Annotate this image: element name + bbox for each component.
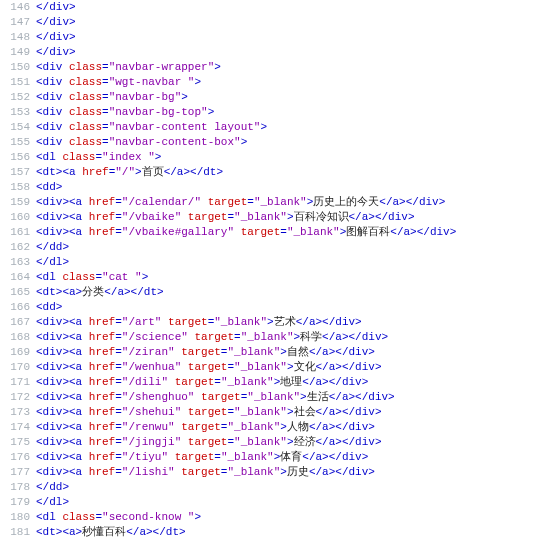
code-line[interactable]: 150<div class="navbar-wrapper"> [0,60,550,75]
code-content[interactable]: <div><a href="/vbaike#gallary" target="_… [36,225,550,240]
code-content[interactable]: <div><a href="/jingji" target="_blank">经… [36,435,550,450]
line-number: 176 [0,450,36,465]
code-line[interactable]: 155<div class="navbar-content-box"> [0,135,550,150]
code-line[interactable]: 166<dd> [0,300,550,315]
line-number: 175 [0,435,36,450]
code-content[interactable]: <div><a href="/art" target="_blank">艺术</… [36,315,550,330]
code-line[interactable]: 174<div><a href="/renwu" target="_blank"… [0,420,550,435]
code-content[interactable]: </div> [36,15,550,30]
code-line[interactable]: 147</div> [0,15,550,30]
code-content[interactable]: <div class="navbar-wrapper"> [36,60,550,75]
line-number: 180 [0,510,36,525]
code-line[interactable]: 167<div><a href="/art" target="_blank">艺… [0,315,550,330]
code-content[interactable]: <div><a href="/tiyu" target="_blank">体育<… [36,450,550,465]
code-content[interactable]: <div><a href="/vbaike" target="_blank">百… [36,210,550,225]
code-content[interactable]: <div><a href="/renwu" target="_blank">人物… [36,420,550,435]
line-number: 154 [0,120,36,135]
code-content[interactable]: </dl> [36,255,550,270]
code-content[interactable]: </dl> [36,495,550,510]
code-line[interactable]: 163</dl> [0,255,550,270]
line-number: 152 [0,90,36,105]
code-content[interactable]: <dd> [36,300,550,315]
line-number: 171 [0,375,36,390]
line-number: 178 [0,480,36,495]
code-content[interactable]: <div><a href="/shenghuo" target="_blank"… [36,390,550,405]
line-number: 162 [0,240,36,255]
code-line[interactable]: 172<div><a href="/shenghuo" target="_bla… [0,390,550,405]
code-content[interactable]: <dl class="cat "> [36,270,550,285]
code-line[interactable]: 159<div><a href="/calendar/" target="_bl… [0,195,550,210]
code-line[interactable]: 179</dl> [0,495,550,510]
code-content[interactable]: </div> [36,30,550,45]
code-content[interactable]: <dd> [36,180,550,195]
code-content[interactable]: <dt><a>分类</a></dt> [36,285,550,300]
line-number: 177 [0,465,36,480]
code-line[interactable]: 173<div><a href="/shehui" target="_blank… [0,405,550,420]
code-content[interactable]: <div><a href="/science" target="_blank">… [36,330,550,345]
code-line[interactable]: 171<div><a href="/dili" target="_blank">… [0,375,550,390]
code-line[interactable]: 180<dl class="second-know "> [0,510,550,525]
line-number: 172 [0,390,36,405]
code-line[interactable]: 165<dt><a>分类</a></dt> [0,285,550,300]
line-number: 148 [0,30,36,45]
code-line[interactable]: 154<div class="navbar-content layout"> [0,120,550,135]
code-line[interactable]: 153<div class="navbar-bg-top"> [0,105,550,120]
code-line[interactable]: 158<dd> [0,180,550,195]
code-content[interactable]: <dt><a>秒懂百科</a></dt> [36,525,550,538]
code-content[interactable]: <div class="wgt-navbar "> [36,75,550,90]
code-line[interactable]: 151<div class="wgt-navbar "> [0,75,550,90]
code-line[interactable]: 161<div><a href="/vbaike#gallary" target… [0,225,550,240]
code-line[interactable]: 168<div><a href="/science" target="_blan… [0,330,550,345]
code-line[interactable]: 162</dd> [0,240,550,255]
line-number: 159 [0,195,36,210]
line-number: 155 [0,135,36,150]
code-line[interactable]: 176<div><a href="/tiyu" target="_blank">… [0,450,550,465]
code-line[interactable]: 164<dl class="cat "> [0,270,550,285]
code-content[interactable]: <div><a href="/dili" target="_blank">地理<… [36,375,550,390]
code-content[interactable]: <div><a href="/wenhua" target="_blank">文… [36,360,550,375]
code-content[interactable]: <div><a href="/lishi" target="_blank">历史… [36,465,550,480]
code-content[interactable]: </dd> [36,240,550,255]
code-content[interactable]: <dl class="index "> [36,150,550,165]
code-line[interactable]: 152<div class="navbar-bg"> [0,90,550,105]
line-number: 181 [0,525,36,538]
code-content[interactable]: </div> [36,0,550,15]
code-content[interactable]: <div><a href="/calendar/" target="_blank… [36,195,550,210]
code-content[interactable]: </div> [36,45,550,60]
code-line[interactable]: 149</div> [0,45,550,60]
code-line[interactable]: 177<div><a href="/lishi" target="_blank"… [0,465,550,480]
code-content[interactable]: <div><a href="/shehui" target="_blank">社… [36,405,550,420]
code-line[interactable]: 148</div> [0,30,550,45]
code-content[interactable]: <div><a href="/ziran" target="_blank">自然… [36,345,550,360]
line-number: 156 [0,150,36,165]
line-number: 153 [0,105,36,120]
line-number: 149 [0,45,36,60]
line-number: 147 [0,15,36,30]
code-line[interactable]: 181<dt><a>秒懂百科</a></dt> [0,525,550,538]
code-line[interactable]: 178</dd> [0,480,550,495]
line-number: 165 [0,285,36,300]
line-number: 163 [0,255,36,270]
code-content[interactable]: <div class="navbar-bg-top"> [36,105,550,120]
line-number: 167 [0,315,36,330]
code-line[interactable]: 175<div><a href="/jingji" target="_blank… [0,435,550,450]
code-line[interactable]: 169<div><a href="/ziran" target="_blank"… [0,345,550,360]
line-number: 157 [0,165,36,180]
code-content[interactable]: <dt><a href="/">首页</a></dt> [36,165,550,180]
line-number: 151 [0,75,36,90]
code-content[interactable]: <dl class="second-know "> [36,510,550,525]
code-content[interactable]: <div class="navbar-content-box"> [36,135,550,150]
line-number: 168 [0,330,36,345]
code-line[interactable]: 157<dt><a href="/">首页</a></dt> [0,165,550,180]
line-number: 173 [0,405,36,420]
code-content[interactable]: </dd> [36,480,550,495]
line-number: 146 [0,0,36,15]
code-line[interactable]: 170<div><a href="/wenhua" target="_blank… [0,360,550,375]
code-content[interactable]: <div class="navbar-content layout"> [36,120,550,135]
line-number: 161 [0,225,36,240]
code-line[interactable]: 160<div><a href="/vbaike" target="_blank… [0,210,550,225]
code-line[interactable]: 156<dl class="index "> [0,150,550,165]
code-editor[interactable]: 146</div>147</div>148</div>149</div>150<… [0,0,550,538]
code-content[interactable]: <div class="navbar-bg"> [36,90,550,105]
code-line[interactable]: 146</div> [0,0,550,15]
